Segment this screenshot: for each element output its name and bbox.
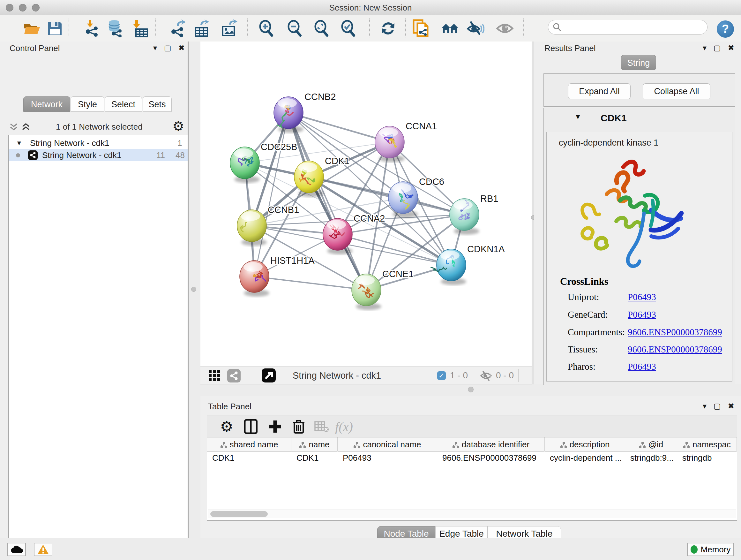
float-panel-icon[interactable]: ▢ [164,44,172,52]
column-header--id[interactable]: @id [625,437,677,451]
save-session-button[interactable] [46,19,64,37]
column-header-name[interactable]: name [291,437,338,451]
node-CDK1[interactable]: CDK1 [294,156,349,197]
crosslink-link[interactable]: 9606.ENSP00000378699 [628,327,722,337]
splitter-grip[interactable] [191,287,196,292]
float-panel-icon[interactable]: ▢ [714,402,721,410]
function-builder-button[interactable]: f(x) [335,417,353,436]
float-panel-icon[interactable]: ▢ [714,44,721,52]
float-menu-icon[interactable]: ▾ [703,402,706,410]
zoom-in-button[interactable] [257,19,275,37]
node-CDC25B[interactable]: CDC25B [230,142,297,183]
node-HIST1H1A[interactable]: HIST1H1A [240,255,315,297]
warnings-button[interactable] [34,543,52,556]
open-session-button[interactable] [23,19,41,37]
close-panel-icon[interactable]: ✖ [728,44,734,52]
node-CCNE1[interactable]: CCNE1 [352,269,414,310]
table-cell[interactable]: CDK1 [207,451,291,464]
horizontal-splitter[interactable] [200,384,741,396]
left-splitter[interactable] [188,42,200,538]
collapse-all-button[interactable]: Collapse All [643,83,711,99]
import-network-database-button[interactable] [106,19,124,37]
table-cell[interactable]: P06493 [338,451,437,464]
edge-CCNB2-HIST1H1A[interactable] [254,113,288,276]
collapse-section-icon[interactable]: ▼ [575,113,582,121]
right-splitter[interactable] [532,42,534,384]
crosslink-link[interactable]: P06493 [628,309,656,320]
table-cell[interactable]: 9606.ENSP00000378699 [437,451,545,464]
clone-network-button[interactable] [412,19,430,37]
close-panel-icon[interactable]: ✖ [728,402,734,410]
table-options-button[interactable]: ⚙ [217,417,236,436]
cloud-status-button[interactable] [7,543,26,556]
tab-style[interactable]: Style [71,97,105,112]
scrollbar-thumb[interactable] [210,511,268,517]
zoom-selected-button[interactable] [339,19,357,37]
memory-button[interactable]: Memory [687,543,734,556]
table-cell[interactable]: CDK1 [291,451,338,464]
network-graph[interactable]: CCNB2CCNA1CDC25BCDK1CDC6RB1CCNB1CCNA2CDK… [200,42,532,367]
float-menu-icon[interactable]: ▾ [153,44,157,52]
help-button[interactable]: ? [717,20,734,38]
column-header-database-identifier[interactable]: database identifier [437,437,545,451]
table-cell[interactable]: stringdb:9... [625,451,677,464]
column-header-shared-name[interactable]: shared name [207,437,291,451]
column-type-icon [683,442,690,449]
splitter-grip[interactable] [468,387,474,392]
node-CCNB2[interactable]: CCNB2 [274,91,336,133]
collapse-all-icon[interactable] [10,123,18,132]
table-cell[interactable]: cyclin-dependent ... [545,451,625,464]
detach-view-icon[interactable] [262,368,276,382]
network-canvas[interactable]: CCNB2CCNA1CDC25BCDK1CDC6RB1CCNB1CCNA2CDK… [200,42,532,367]
edge-HIST1H1A-CCNE1[interactable] [254,276,366,290]
selected-checkbox-icon[interactable]: ✓ [437,371,446,380]
string-results-tab[interactable]: String [621,55,656,70]
node-CDKN1A[interactable]: CDKN1A [431,244,505,285]
search-input[interactable] [562,22,697,32]
network-collection-row[interactable]: ▼ String Network - cdk1 1 [9,137,188,149]
export-network-button[interactable] [169,19,186,37]
import-network-file-button[interactable] [82,19,100,37]
delete-table-button[interactable] [313,417,331,436]
close-panel-icon[interactable]: ✖ [179,44,185,52]
zoom-out-button[interactable] [286,19,304,37]
refresh-view-button[interactable] [379,19,397,37]
delete-column-button[interactable] [289,417,308,436]
float-menu-icon[interactable]: ▾ [703,44,706,52]
collection-expander-icon[interactable]: ▼ [16,137,22,149]
network-view-icon[interactable] [227,369,241,382]
create-column-button[interactable] [266,417,284,436]
crosslink-link[interactable]: P06493 [628,361,656,372]
node-RB1[interactable]: RB1 [450,193,498,235]
tab-sets[interactable]: Sets [143,97,172,112]
column-header-namespac[interactable]: namespac [677,437,737,451]
hide-selected-button[interactable] [467,19,484,37]
node-CDC6[interactable]: CDC6 [388,177,444,218]
grid-view-icon[interactable] [209,370,220,381]
node-CCNA1[interactable]: CCNA1 [375,121,437,162]
reset-view-button[interactable] [441,19,459,37]
node-table[interactable]: shared namenamecanonical namedatabase id… [207,437,737,521]
expand-all-icon[interactable] [22,123,30,132]
expand-all-button[interactable]: Expand All [568,83,630,99]
zoom-fit-button[interactable] [313,19,330,37]
table-horizontal-scrollbar[interactable] [208,509,736,518]
crosslink-link[interactable]: P06493 [628,292,656,302]
table-cell[interactable]: stringdb [677,451,737,464]
show-columns-button[interactable] [242,417,260,436]
search-box[interactable] [548,20,708,35]
column-header-canonical-name[interactable]: canonical name [338,437,437,451]
tab-network[interactable]: Network [23,97,70,112]
tab-select[interactable]: Select [105,97,142,112]
table-row[interactable]: CDK1CDK1P064939606.ENSP00000378699cyclin… [207,451,737,464]
column-header-description[interactable]: description [545,437,625,451]
crosslink-link[interactable]: 9606.ENSP00000378699 [628,344,722,355]
export-table-button[interactable] [193,19,211,37]
network-options-gear-icon[interactable]: ⚙ [172,121,185,132]
show-all-button[interactable] [496,19,514,37]
toolbar-separator [69,18,69,38]
export-image-button[interactable] [220,19,238,37]
network-nodes[interactable]: CCNB2CCNA1CDC25BCDK1CDC6RB1CCNB1CCNA2CDK… [230,91,505,310]
network-row[interactable]: String Network - cdk1 11 48 [9,149,188,161]
import-table-button[interactable] [131,19,149,37]
